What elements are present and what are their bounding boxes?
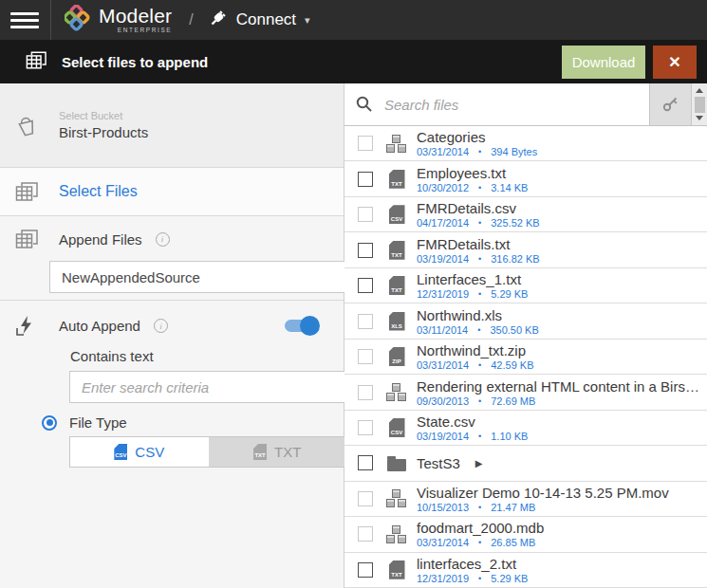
file-checkbox[interactable] (358, 526, 373, 542)
file-checkbox[interactable] (358, 385, 373, 400)
list-scrollbar[interactable] (691, 83, 707, 125)
txt-file-icon: TXT (389, 560, 405, 579)
append-tables-icon (26, 50, 47, 74)
key-icon (661, 94, 680, 116)
search-submit-button[interactable] (649, 83, 691, 125)
file-name: FMRDetails.txt (417, 236, 510, 252)
file-type-radio[interactable] (42, 415, 57, 431)
dialog-header: Select files to append Download ✕ (0, 40, 707, 83)
file-meta: 03/11/2014 • 350.50 KB (417, 324, 539, 336)
file-size: 21.47 MB (491, 502, 535, 513)
scroll-down-icon[interactable] (696, 116, 703, 120)
file-checkbox[interactable] (358, 455, 373, 470)
file-checkbox[interactable] (358, 420, 373, 435)
file-row[interactable]: TXT Linterfaces_1.txt 12/31/2019 • 5.29 … (344, 268, 707, 303)
connect-menu[interactable]: Connect ▾ (209, 9, 310, 31)
file-type-option-txt[interactable]: TXT TXT (209, 437, 347, 467)
bullet-separator: • (478, 396, 481, 406)
file-meta: 03/19/2014 • 1.10 KB (417, 431, 528, 442)
file-checkbox[interactable] (358, 136, 373, 151)
file-checkbox[interactable] (358, 172, 373, 187)
file-name: State.csv (417, 413, 475, 430)
file-row[interactable]: Categories 03/31/2014 • 394 Bytes (344, 126, 707, 161)
bucket-label: Select Bucket (59, 110, 148, 121)
info-icon[interactable]: i (156, 232, 170, 247)
file-date: 12/31/2019 (417, 288, 469, 300)
auto-append-label: Auto Append (59, 318, 140, 334)
dataset-icon (386, 383, 407, 401)
file-checkbox[interactable] (358, 314, 373, 329)
file-meta: 03/31/2014 • 394 Bytes (417, 146, 537, 157)
file-list: Categories 03/31/2014 • 394 Bytes TXT Em… (344, 126, 707, 588)
product-name: Modeler (99, 7, 172, 26)
csv-file-icon: CSV (389, 205, 405, 224)
file-row[interactable]: CSV State.csv 03/19/2014 • 1.10 KB (344, 411, 707, 446)
file-checkbox[interactable] (358, 243, 373, 258)
file-type-segmented-control: CSV CSV TXT TXT (69, 436, 347, 468)
file-row[interactable]: CSV FMRDetails.csv 04/17/2014 • 325.52 K… (344, 197, 707, 232)
file-meta: 09/30/2013 • 72.69 MB (417, 395, 699, 407)
append-name-input[interactable] (49, 261, 347, 293)
close-button[interactable]: ✕ (653, 46, 697, 79)
contains-text-input[interactable] (69, 371, 347, 403)
scroll-thumb[interactable] (695, 97, 705, 113)
file-row[interactable]: TXT Employees.txt 10/30/2012 • 3.14 KB (344, 161, 707, 196)
file-meta: 12/31/2019 • 5.29 KB (417, 288, 528, 300)
info-icon[interactable]: i (154, 319, 168, 333)
file-name: Rendering external HTML content in a Bir… (417, 378, 699, 395)
file-browser-panel: Categories 03/31/2014 • 394 Bytes TXT Em… (344, 83, 707, 588)
bucket-icon (15, 113, 59, 138)
contains-text-label: Contains text (70, 348, 330, 364)
file-row[interactable]: TestS3 ▶ (344, 446, 707, 481)
bullet-separator: • (478, 538, 481, 547)
file-row[interactable]: Rendering external HTML content in a Bir… (344, 375, 707, 410)
file-row[interactable]: ZIP Northwind_txt.zip 03/31/2014 • 42.59… (344, 340, 707, 375)
file-checkbox[interactable] (358, 562, 373, 578)
search-icon (344, 83, 384, 125)
file-name: Categories (417, 129, 486, 145)
bullet-separator: • (478, 218, 481, 228)
file-checkbox[interactable] (358, 278, 373, 293)
file-row[interactable]: TXT FMRDetails.txt 03/19/2014 • 316.82 K… (344, 232, 707, 267)
file-date: 10/30/2012 (417, 182, 469, 193)
toggle-knob (300, 316, 320, 336)
file-row[interactable]: foodmart_2000.mdb 03/31/2014 • 26.85 MB (344, 517, 707, 552)
auto-append-toggle[interactable] (285, 320, 317, 332)
file-date: 04/17/2014 (417, 217, 469, 229)
bucket-value: Birst-Products (59, 124, 148, 140)
search-input[interactable] (384, 83, 649, 125)
select-files-link[interactable]: Select Files (59, 183, 138, 200)
download-button[interactable]: Download (562, 46, 645, 79)
file-size: 394 Bytes (491, 146, 537, 157)
chevron-down-icon[interactable]: ▾ (305, 14, 310, 27)
file-checkbox[interactable] (358, 207, 373, 222)
dataset-icon (386, 135, 407, 153)
folder-icon (387, 459, 406, 471)
file-row[interactable]: XLS Northwind.xls 03/11/2014 • 350.50 KB (344, 303, 707, 339)
file-type-label: File Type (69, 414, 127, 431)
file-checkbox[interactable] (358, 349, 373, 364)
expand-folder-icon[interactable]: ▶ (475, 455, 483, 471)
file-row[interactable]: TXT linterfaces_2.txt 12/31/2019 • 5.29 … (344, 553, 707, 588)
file-name: TestS3 (417, 455, 460, 471)
file-name: Northwind_txt.zip (417, 342, 526, 358)
file-meta: 03/31/2014 • 26.85 MB (417, 537, 544, 548)
append-files-label: Append Files (59, 231, 142, 248)
file-checkbox[interactable] (358, 491, 373, 506)
append-files-section: Append Files i (0, 216, 344, 301)
csv-file-icon: CSV (389, 418, 405, 437)
dataset-icon (386, 489, 407, 507)
file-name: Visualizer Demo 10-14-13 5.25 PM.mov (417, 485, 669, 501)
xls-file-icon: XLS (389, 312, 405, 331)
file-name: Employees.txt (417, 165, 506, 181)
scroll-up-icon[interactable] (696, 88, 703, 93)
file-row[interactable]: Visualizer Demo 10-14-13 5.25 PM.mov 10/… (344, 482, 707, 517)
file-name: Linterfaces_1.txt (417, 271, 521, 287)
bullet-separator: • (478, 147, 481, 156)
top-app-bar: Modeler ENTERPRISE / Connect ▾ (0, 0, 707, 40)
file-type-option-csv[interactable]: CSV CSV (70, 437, 209, 467)
file-name: linterfaces_2.txt (417, 556, 516, 572)
select-bucket-section[interactable]: Select Bucket Birst-Products (0, 83, 344, 168)
auto-append-section: Auto Append i Contains text File Type CS… (0, 301, 344, 588)
hamburger-menu-icon[interactable] (10, 12, 39, 28)
